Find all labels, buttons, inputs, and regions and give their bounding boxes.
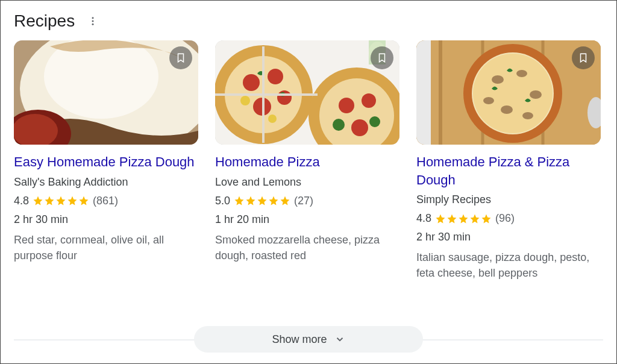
rating-row: 4.8 (861)	[14, 195, 198, 207]
svg-point-39	[530, 90, 542, 99]
rating-value: 4.8	[14, 195, 29, 207]
svg-point-21	[351, 119, 368, 136]
review-count: (96)	[495, 212, 515, 225]
show-more-button[interactable]: Show more	[194, 326, 423, 353]
recipe-card: Homemade Pizza & Pizza Dough Simply Reci…	[416, 40, 601, 281]
bookmark-button[interactable]	[371, 46, 393, 69]
svg-point-16	[268, 115, 277, 123]
recipe-thumbnail[interactable]	[215, 40, 399, 145]
recipe-duration: 2 hr 30 min	[416, 231, 601, 243]
rating-value: 5.0	[215, 195, 230, 207]
more-vertical-icon	[87, 16, 98, 27]
bookmark-icon	[377, 52, 387, 63]
svg-point-37	[492, 75, 504, 84]
svg-point-19	[339, 98, 354, 113]
star-rating-icon	[435, 213, 492, 224]
bookmark-icon	[578, 52, 589, 63]
recipe-title-link[interactable]: Homemade Pizza & Pizza Dough	[416, 153, 601, 189]
recipe-ingredients: Smoked mozzarella cheese, pizza dough, r…	[215, 232, 399, 263]
rating-value: 4.8	[416, 212, 431, 225]
recipe-ingredients: Italian sausage, pizza dough, pesto, fet…	[416, 249, 601, 281]
bookmark-icon	[175, 52, 186, 63]
svg-point-1	[92, 20, 94, 22]
recipe-duration: 1 hr 20 min	[215, 213, 399, 226]
chevron-down-icon	[334, 334, 345, 345]
svg-rect-33	[416, 40, 431, 145]
more-menu-button[interactable]	[86, 14, 100, 28]
svg-point-0	[92, 17, 94, 19]
recipe-title-link[interactable]: Homemade Pizza	[215, 153, 399, 171]
show-more-label: Show more	[272, 333, 327, 346]
recipe-source: Love and Lemons	[215, 176, 399, 189]
svg-point-2	[92, 24, 94, 25]
star-rating-icon	[234, 195, 290, 206]
svg-point-14	[277, 90, 292, 105]
svg-point-38	[516, 70, 527, 77]
recipe-card: Easy Homemade Pizza Dough Sally's Baking…	[14, 40, 198, 281]
svg-point-40	[501, 105, 513, 114]
star-rating-icon	[33, 195, 89, 206]
section-title: Recipes	[14, 11, 75, 31]
recipe-thumbnail[interactable]	[14, 40, 198, 145]
recipe-ingredients: Red star, cornmeal, olive oil, all purpo…	[14, 232, 198, 263]
svg-point-11	[243, 74, 260, 91]
rating-row: 4.8 (96)	[416, 212, 601, 225]
rating-row: 5.0 (27)	[215, 195, 399, 207]
svg-point-15	[240, 96, 250, 105]
svg-point-20	[362, 93, 376, 108]
recipe-title-link[interactable]: Easy Homemade Pizza Dough	[14, 153, 198, 171]
svg-point-42	[522, 112, 533, 119]
recipe-source: Sally's Baking Addiction	[14, 176, 198, 189]
review-count: (861)	[93, 195, 118, 207]
recipe-thumbnail[interactable]	[416, 40, 601, 145]
recipe-duration: 2 hr 30 min	[14, 213, 198, 226]
recipe-source: Simply Recipes	[416, 193, 601, 206]
svg-point-41	[483, 97, 494, 104]
bookmark-button[interactable]	[572, 46, 595, 69]
bookmark-button[interactable]	[169, 46, 192, 69]
recipe-cards-row: Easy Homemade Pizza Dough Sally's Baking…	[14, 40, 603, 281]
review-count: (27)	[294, 195, 313, 207]
svg-point-23	[369, 116, 380, 127]
svg-point-12	[268, 69, 283, 84]
recipe-card: Homemade Pizza Love and Lemons 5.0 (27) …	[215, 40, 399, 281]
svg-point-22	[333, 119, 345, 131]
